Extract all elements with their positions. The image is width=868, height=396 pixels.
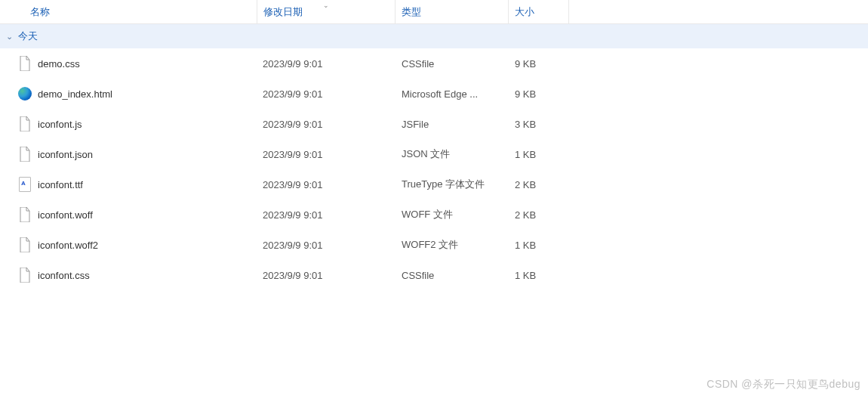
column-header-row: 名称 ⌄ 修改日期 类型 大小: [0, 0, 868, 24]
file-name: demo.css: [38, 58, 80, 70]
file-date: 2023/9/9 9:01: [257, 58, 396, 70]
column-header-name[interactable]: 名称: [0, 0, 257, 23]
column-header-type[interactable]: 类型: [396, 0, 509, 23]
column-header-size-label: 大小: [515, 5, 534, 19]
file-type: JSFile: [396, 119, 509, 130]
generic-file-icon: [18, 147, 32, 162]
column-header-name-label: 名称: [30, 5, 50, 19]
file-size: 2 KB: [509, 209, 569, 221]
file-row[interactable]: iconfont.json2023/9/9 9:01JSON 文件1 KB: [0, 139, 868, 169]
column-header-date[interactable]: ⌄ 修改日期: [257, 0, 396, 23]
column-header-type-label: 类型: [402, 5, 421, 19]
file-type: TrueType 字体文件: [396, 178, 509, 191]
file-type: WOFF2 文件: [396, 238, 509, 252]
font-file-icon: [18, 177, 32, 192]
sort-descending-icon: ⌄: [323, 2, 329, 9]
chevron-down-icon: ⌄: [5, 32, 14, 42]
file-name-cell: iconfont.ttf: [0, 177, 257, 192]
watermark: CSDN @杀死一只知更鸟debug: [706, 378, 860, 391]
file-name-cell: iconfont.woff2: [0, 237, 257, 252]
generic-file-icon: [18, 56, 32, 71]
file-row[interactable]: demo_index.html2023/9/9 9:01Microsoft Ed…: [0, 79, 868, 109]
file-date: 2023/9/9 9:01: [257, 270, 396, 281]
file-row[interactable]: iconfont.css2023/9/9 9:01CSSfile1 KB: [0, 260, 868, 290]
file-size: 1 KB: [509, 270, 569, 281]
file-size: 9 KB: [509, 88, 569, 100]
file-row[interactable]: iconfont.woff22023/9/9 9:01WOFF2 文件1 KB: [0, 230, 868, 260]
file-row[interactable]: demo.css2023/9/9 9:01CSSfile9 KB: [0, 48, 868, 79]
file-name: iconfont.js: [38, 119, 82, 130]
file-name-cell: iconfont.js: [0, 116, 257, 131]
file-size: 9 KB: [509, 58, 569, 70]
file-name: iconfont.woff: [38, 209, 93, 221]
file-date: 2023/9/9 9:01: [257, 119, 396, 130]
file-type: Microsoft Edge ...: [396, 88, 509, 100]
file-date: 2023/9/9 9:01: [257, 240, 396, 251]
column-header-size[interactable]: 大小: [509, 0, 569, 23]
file-size: 2 KB: [509, 179, 569, 190]
generic-file-icon: [18, 268, 32, 283]
group-header-today[interactable]: ⌄ 今天: [0, 24, 868, 48]
column-header-date-label: 修改日期: [263, 5, 303, 19]
file-row[interactable]: iconfont.woff2023/9/9 9:01WOFF 文件2 KB: [0, 200, 868, 230]
group-label: 今天: [18, 29, 38, 43]
file-name-cell: iconfont.css: [0, 268, 257, 283]
edge-browser-icon: [18, 86, 32, 101]
file-row[interactable]: iconfont.js2023/9/9 9:01JSFile3 KB: [0, 109, 868, 139]
file-size: 3 KB: [509, 119, 569, 130]
file-name-cell: demo.css: [0, 56, 257, 71]
file-name-cell: demo_index.html: [0, 86, 257, 101]
file-type: CSSfile: [396, 58, 509, 70]
generic-file-icon: [18, 237, 32, 252]
file-date: 2023/9/9 9:01: [257, 88, 396, 100]
file-name-cell: iconfont.woff: [0, 207, 257, 222]
file-type: CSSfile: [396, 270, 509, 281]
file-date: 2023/9/9 9:01: [257, 179, 396, 190]
file-name-cell: iconfont.json: [0, 147, 257, 162]
file-type: JSON 文件: [396, 147, 509, 161]
generic-file-icon: [18, 116, 32, 131]
file-size: 1 KB: [509, 149, 569, 160]
file-name: iconfont.css: [38, 270, 90, 281]
file-name: demo_index.html: [38, 88, 112, 100]
file-name: iconfont.ttf: [38, 179, 83, 190]
file-row[interactable]: iconfont.ttf2023/9/9 9:01TrueType 字体文件2 …: [0, 169, 868, 200]
file-name: iconfont.woff2: [38, 240, 98, 251]
file-date: 2023/9/9 9:01: [257, 209, 396, 221]
generic-file-icon: [18, 207, 32, 222]
file-size: 1 KB: [509, 240, 569, 251]
file-list: demo.css2023/9/9 9:01CSSfile9 KBdemo_ind…: [0, 48, 868, 290]
file-date: 2023/9/9 9:01: [257, 149, 396, 160]
file-type: WOFF 文件: [396, 208, 509, 221]
file-name: iconfont.json: [38, 149, 93, 160]
